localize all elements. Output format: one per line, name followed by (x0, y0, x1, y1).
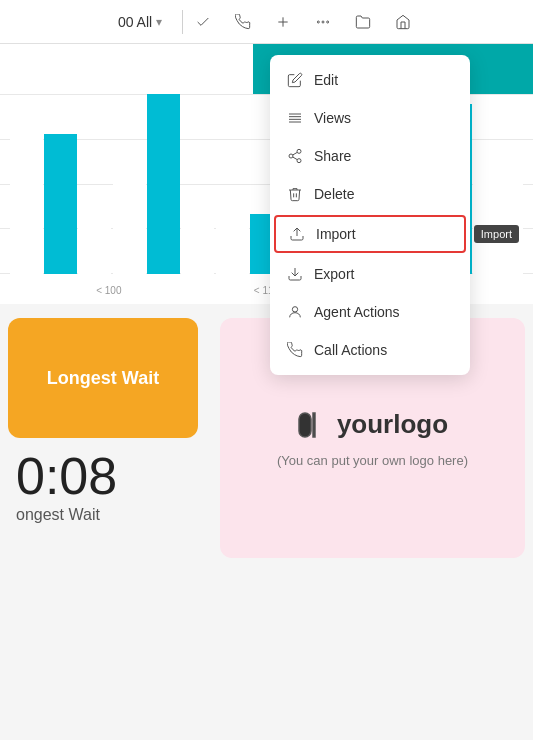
menu-label-agent-actions: Agent Actions (314, 304, 400, 320)
svg-point-2 (317, 21, 319, 23)
logo-text: yourlogo (337, 409, 448, 440)
menu-item-views[interactable]: Views (270, 99, 470, 137)
svg-point-9 (297, 149, 301, 153)
chart-bar (473, 174, 523, 274)
edit-icon (286, 71, 304, 89)
svg-point-10 (289, 154, 293, 158)
chart-bar (147, 94, 180, 274)
chart-bar (113, 174, 146, 274)
svg-point-3 (322, 21, 324, 23)
menu-item-share[interactable]: Share (270, 137, 470, 175)
bar-group-1 (10, 134, 111, 274)
menu-item-export[interactable]: Export (270, 255, 470, 293)
x-label-100: < 100 (96, 285, 121, 296)
import-tooltip: Import (474, 225, 519, 243)
checkmark-icon[interactable] (191, 10, 215, 34)
call-actions-icon (286, 341, 304, 359)
bar-group-2 (113, 94, 214, 274)
svg-point-11 (297, 159, 301, 163)
menu-item-edit[interactable]: Edit (270, 61, 470, 99)
toolbar: 00 All ▾ (0, 0, 533, 44)
share-icon (286, 147, 304, 165)
longest-wait-label: Longest Wait (47, 368, 159, 389)
toolbar-left: 00 All ▾ (118, 14, 162, 30)
menu-item-delete[interactable]: Delete (270, 175, 470, 213)
left-panel: Longest Wait 0:08 ongest Wait (8, 318, 210, 558)
import-icon (288, 225, 306, 243)
menu-label-edit: Edit (314, 72, 338, 88)
menu-label-import: Import (316, 226, 356, 242)
views-icon (286, 109, 304, 127)
svg-line-13 (293, 152, 298, 155)
time-value: 0:08 (16, 450, 210, 502)
svg-point-4 (327, 21, 329, 23)
menu-label-share: Share (314, 148, 351, 164)
svg-rect-17 (299, 413, 311, 437)
home-icon[interactable] (391, 10, 415, 34)
time-label: ongest Wait (16, 506, 210, 524)
chart-bar (44, 134, 77, 274)
svg-line-12 (293, 157, 298, 160)
phone-icon[interactable] (231, 10, 255, 34)
menu-label-export: Export (314, 266, 354, 282)
logo-row: yourlogo (297, 409, 448, 441)
menu-label-call-actions: Call Actions (314, 342, 387, 358)
menu-item-import[interactable]: Import Import (274, 215, 466, 253)
chevron-down-icon[interactable]: ▾ (156, 15, 162, 29)
chart-bar (10, 134, 43, 274)
agent-actions-icon (286, 303, 304, 321)
svg-point-16 (292, 307, 297, 312)
ellipsis-icon[interactable] (311, 10, 335, 34)
menu-label-delete: Delete (314, 186, 354, 202)
plus-icon[interactable] (271, 10, 295, 34)
delete-icon (286, 185, 304, 203)
menu-item-call-actions[interactable]: Call Actions (270, 331, 470, 369)
menu-label-views: Views (314, 110, 351, 126)
toolbar-divider (182, 10, 183, 34)
chart-bar (78, 214, 111, 274)
export-icon (286, 265, 304, 283)
dropdown-menu: Edit Views Share Delete Import Import Ex… (270, 55, 470, 375)
toolbar-label[interactable]: 00 All (118, 14, 152, 30)
toolbar-icons (191, 10, 415, 34)
time-display: 0:08 ongest Wait (8, 450, 210, 524)
svg-rect-18 (313, 413, 315, 437)
chart-bar (181, 194, 214, 274)
menu-item-agent-actions[interactable]: Agent Actions (270, 293, 470, 331)
longest-wait-card: Longest Wait (8, 318, 198, 438)
chart-bar (216, 194, 249, 274)
folder-icon[interactable] (351, 10, 375, 34)
yourlogo-icon (297, 409, 329, 441)
logo-subtext: (You can put your own logo here) (277, 453, 468, 468)
